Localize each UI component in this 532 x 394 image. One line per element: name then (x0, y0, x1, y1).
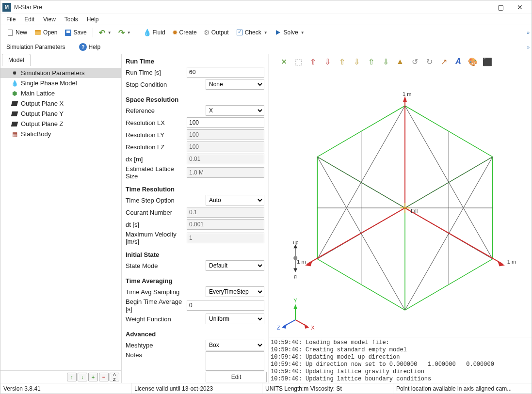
gear-icon: ✹ (11, 70, 18, 77)
plus-y-icon[interactable]: ⇧ (337, 56, 347, 67)
menu-edit[interactable]: Edit (20, 15, 38, 24)
tree-item-staticbody[interactable]: ▦StaticBody (0, 129, 121, 139)
tree-item-output-plane-y[interactable]: Output Plane Y (0, 109, 121, 119)
tree-item-single-phase-model[interactable]: 💧Single Phase Model (0, 78, 121, 88)
move-up-button[interactable]: ↑ (67, 373, 77, 381)
brick-icon: ▦ (11, 131, 18, 138)
courant-input (187, 207, 264, 218)
notes-textarea[interactable] (206, 351, 264, 371)
move-down-button[interactable]: ↓ (78, 373, 87, 381)
est-lattice-label: Estimated Lattice Size (126, 165, 187, 180)
begin-time-avg-input[interactable] (187, 300, 264, 311)
sort-button[interactable]: AZ (110, 373, 119, 381)
status-pointloc: Point location available in axis aligned… (393, 383, 532, 394)
new-button[interactable]: New (3, 27, 30, 38)
runtime-input[interactable] (187, 67, 264, 78)
minus-z-icon[interactable]: ⇩ (380, 56, 391, 67)
stop-condition-select[interactable]: None (206, 79, 264, 90)
zoom-box-icon[interactable]: ⬚ (293, 56, 304, 67)
check-button[interactable]: Check▼ (233, 27, 271, 38)
perspective-icon[interactable]: ↗ (438, 56, 449, 67)
plus-x-icon[interactable]: ⇧ (307, 56, 318, 67)
box-icon[interactable]: ⬛ (482, 56, 493, 67)
iso-icon[interactable]: ▲ (395, 56, 405, 67)
menu-tools[interactable]: Tools (61, 15, 82, 24)
fit-icon[interactable]: ✕ (278, 56, 289, 67)
rotate-ccw-icon[interactable]: ↺ (409, 56, 420, 67)
plus-z-icon[interactable]: ⇧ (366, 56, 376, 67)
open-button[interactable]: Open (31, 27, 60, 38)
menu-help[interactable]: Help (83, 15, 103, 24)
help-button[interactable]: ?Help (76, 41, 103, 53)
palette-icon[interactable]: 🎨 (468, 56, 478, 67)
tab-model[interactable]: Model (2, 54, 31, 66)
resolution-lz-input (187, 142, 264, 152)
menu-view[interactable]: View (39, 15, 60, 24)
svg-line-10 (405, 208, 502, 264)
time-avg-sampling-select[interactable]: EveryTimeStep (206, 286, 264, 297)
viewer-panel: ✕ ⬚ ⇧ ⇩ ⇧ ⇩ ⇧ ⇩ ▲ ↺ ↻ ↗ A 🎨 ⬛ (268, 54, 532, 383)
svg-marker-31 (293, 304, 297, 309)
close-button[interactable]: ✕ (510, 1, 530, 13)
svg-marker-14 (305, 260, 312, 266)
fluid-button[interactable]: 💧Fluid (140, 27, 168, 38)
save-button[interactable]: Save (61, 27, 89, 38)
est-lattice-input (187, 167, 264, 178)
tree-item-simulation-parameters[interactable]: ✹Simulation Parameters (0, 68, 121, 78)
status-version: Version 3.8.41 (0, 383, 131, 394)
tree-item-output-plane-x[interactable]: Output Plane X (0, 98, 121, 109)
output-button[interactable]: ⚙Output (201, 27, 232, 38)
remove-button[interactable]: − (99, 373, 109, 381)
tree-toolbar: ↑ ↓ + − AZ (0, 370, 121, 383)
toolbar-overflow-icon[interactable]: » (527, 30, 530, 35)
svg-text:1 m: 1 m (507, 259, 516, 265)
reference-select[interactable]: X (206, 105, 264, 116)
viewport[interactable]: Fill 1 m 1 m 1 m up g X (269, 69, 532, 337)
svg-text:Y: Y (293, 298, 297, 303)
simulation-parameters-button[interactable]: Simulation Parameters (3, 42, 68, 52)
weight-function-select[interactable]: Uniform (206, 314, 264, 324)
state-mode-label: State Mode (126, 262, 206, 269)
text-icon[interactable]: A (453, 56, 464, 67)
solve-button[interactable]: Solve▼ (272, 27, 307, 38)
svg-text:up: up (293, 240, 299, 245)
dt-label: dt [s] (126, 221, 187, 228)
subtoolbar-overflow-icon[interactable]: » (527, 45, 530, 50)
edit-button[interactable]: Edit (206, 372, 267, 382)
dx-label: dx [m] (126, 156, 187, 163)
menu-file[interactable]: File (2, 15, 19, 24)
state-mode-select[interactable]: Default (206, 260, 264, 271)
minimize-button[interactable]: — (471, 1, 491, 13)
rotate-cw-icon[interactable]: ↻ (424, 56, 435, 67)
svg-text:g: g (294, 274, 297, 279)
meshtype-label: Meshtype (126, 342, 206, 349)
plane-icon (11, 100, 18, 107)
tree-item-main-lattice[interactable]: ⬢Main Lattice (0, 88, 121, 98)
cube-icon: ⬢ (11, 90, 18, 97)
minus-x-icon[interactable]: ⇩ (322, 56, 333, 67)
undo-button[interactable]: ↶▼ (96, 26, 114, 39)
sub-toolbar: Simulation Parameters ?Help » (0, 40, 532, 54)
tree-item-output-plane-z[interactable]: Output Plane Z (0, 119, 121, 129)
status-bar: Version 3.8.41 License valid until 13-oc… (0, 383, 532, 394)
undo-icon: ↶ (99, 28, 105, 37)
svg-text:1 m: 1 m (297, 259, 306, 265)
add-button[interactable]: + (88, 373, 98, 381)
time-avg-header: Time Averaging (126, 275, 264, 285)
meshtype-select[interactable]: Box (206, 340, 264, 350)
play-icon (274, 29, 282, 36)
drop-icon: 💧 (11, 80, 18, 87)
plane-icon (11, 121, 18, 127)
timestep-option-select[interactable]: Auto (206, 195, 264, 205)
runtime-label: Run Time [s] (126, 69, 187, 76)
svg-text:X: X (311, 325, 315, 331)
minus-y-icon[interactable]: ⇩ (351, 56, 362, 67)
redo-button[interactable]: ↷▼ (115, 26, 134, 39)
create-button[interactable]: ✹Create (169, 27, 200, 38)
sun-icon: ✹ (172, 29, 178, 36)
svg-marker-34 (282, 324, 287, 329)
resolution-lz-label: Resolution LZ (126, 143, 187, 151)
resolution-lx-input[interactable] (187, 117, 264, 128)
weight-function-label: Weight Function (126, 315, 206, 323)
maximize-button[interactable]: ▢ (491, 1, 510, 13)
